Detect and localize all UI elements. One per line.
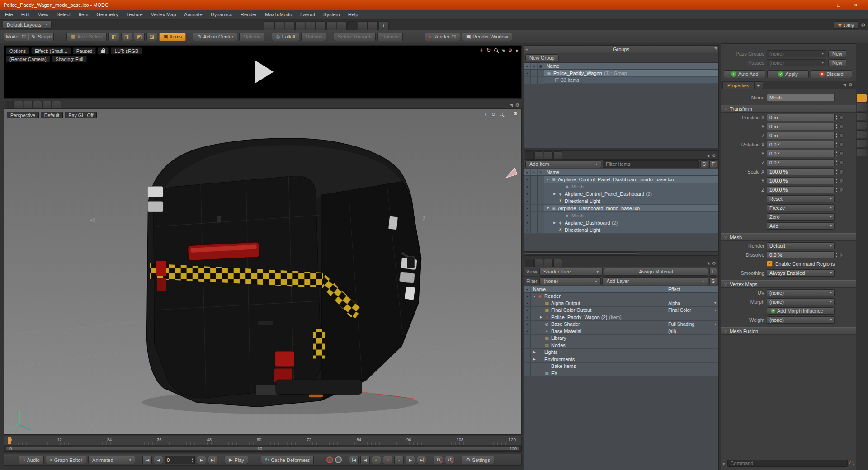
- filter-dropdown[interactable]: (none): [539, 277, 601, 285]
- action-center-options-button[interactable]: Options: [239, 33, 264, 41]
- passes-dropdown[interactable]: (none): [767, 59, 826, 66]
- add-layer-dropdown[interactable]: Add Layer: [602, 277, 708, 285]
- model-mode-button[interactable]: Model: [6, 34, 19, 39]
- select-column-icon[interactable]: ▣: [538, 63, 544, 69]
- channel-state-dot[interactable]: [839, 115, 844, 120]
- viewport-tab[interactable]: [5, 101, 14, 108]
- maximize-panel-icon[interactable]: [843, 83, 846, 87]
- visibility-eye-icon[interactable]: [524, 328, 531, 335]
- viewport-tab[interactable]: [24, 101, 33, 108]
- visibility-eye-icon[interactable]: [524, 205, 531, 212]
- zoom-icon[interactable]: [500, 113, 503, 116]
- expander-arrow-icon[interactable]: [552, 221, 557, 225]
- preview-lock-button[interactable]: [98, 47, 109, 54]
- gear-icon[interactable]: [513, 111, 518, 116]
- transform-action-dropdown[interactable]: Reset: [767, 195, 835, 202]
- side-tab[interactable]: [857, 130, 867, 138]
- channel-state-dot[interactable]: [839, 188, 844, 192]
- visibility-eye-icon[interactable]: [524, 356, 531, 363]
- shader-tree-row[interactable]: Police_Paddy_Wagon (2) (Item): [524, 314, 718, 321]
- layout-tab[interactable]: [274, 21, 284, 30]
- gear-icon[interactable]: [712, 261, 716, 266]
- menu-item[interactable]: System: [319, 10, 344, 19]
- visibility-eye-icon[interactable]: [524, 70, 531, 76]
- viewport-tab[interactable]: [14, 101, 23, 108]
- collapse-arrow-icon[interactable]: [525, 47, 528, 52]
- transform-value-field[interactable]: 0.0 °: [767, 150, 835, 157]
- gear-icon[interactable]: [508, 48, 513, 53]
- visibility-eye-icon[interactable]: [524, 363, 531, 370]
- only-toggle[interactable]: ★Only: [834, 21, 859, 29]
- maximize-button[interactable]: [830, 0, 847, 9]
- shading-tab[interactable]: [553, 259, 562, 267]
- loop-reverse-button[interactable]: [445, 456, 454, 464]
- preview-shading-button[interactable]: Shading: Full: [52, 56, 87, 62]
- add-layout-tab-button[interactable]: +: [378, 21, 388, 30]
- layout-tab[interactable]: [264, 21, 274, 30]
- command-history-icon[interactable]: [849, 461, 854, 465]
- name-column-header[interactable]: Name: [544, 63, 718, 69]
- next-frame-button[interactable]: [197, 456, 206, 464]
- render-preview[interactable]: Options Effect: (Shadi... Paused LUT: sR…: [4, 45, 522, 99]
- side-tab[interactable]: [857, 112, 867, 120]
- transform-action-dropdown[interactable]: Zero: [767, 213, 835, 221]
- render-window-button[interactable]: Render Window: [462, 33, 512, 41]
- value-spinner[interactable]: ▴ ▾: [836, 252, 837, 258]
- scrollbar-thumb[interactable]: [525, 252, 637, 255]
- channel-state-dot[interactable]: [839, 160, 844, 165]
- pan-icon[interactable]: [484, 112, 487, 117]
- transform-value-field[interactable]: 0.0 °: [767, 141, 835, 148]
- effect-column-header[interactable]: Effect: [665, 286, 718, 292]
- visibility-eye-icon[interactable]: [524, 307, 531, 314]
- visibility-eye-icon[interactable]: [524, 370, 531, 377]
- new-group-button[interactable]: New Group: [525, 54, 559, 61]
- item-tree-row[interactable]: Directional Light: [524, 226, 718, 234]
- panel-arrow-icon[interactable]: [516, 48, 519, 53]
- item-list-tab[interactable]: [525, 151, 534, 159]
- graph-editor-button[interactable]: Graph Editor: [46, 456, 86, 464]
- render-dropdown[interactable]: Default: [767, 242, 835, 249]
- command-input[interactable]: Command: [727, 460, 848, 467]
- layouts-dropdown[interactable]: Default Layouts: [3, 20, 52, 29]
- item-tree-row[interactable]: Directional Light: [524, 197, 718, 205]
- item-list-tab[interactable]: [544, 151, 553, 159]
- jump-next-key-button[interactable]: [417, 456, 426, 464]
- channel-state-dot[interactable]: [839, 133, 844, 138]
- shading-tab[interactable]: [525, 259, 534, 267]
- transform-value-field[interactable]: 0.0 °: [767, 159, 835, 166]
- visibility-eye-icon[interactable]: [524, 342, 531, 349]
- visibility-eye-icon[interactable]: [524, 197, 531, 204]
- effect-value[interactable]: Full Shading: [665, 321, 718, 328]
- filter-f-button[interactable]: F: [709, 268, 717, 276]
- preview-lut-button[interactable]: LUT: sRGB: [111, 47, 142, 54]
- item-list-tab[interactable]: [553, 151, 562, 159]
- layout-tab[interactable]: [295, 21, 305, 30]
- viewport-3d[interactable]: Perspective Default Ray GL: Off +X Z: [4, 109, 522, 435]
- scope-s-button[interactable]: S: [700, 160, 708, 168]
- shader-tree-row[interactable]: Nodes: [524, 342, 718, 349]
- channel-state-dot[interactable]: [839, 124, 844, 129]
- horizontal-scrollbar[interactable]: [524, 251, 718, 255]
- auto-key-button[interactable]: [326, 456, 333, 463]
- maximize-panel-icon[interactable]: [510, 103, 513, 108]
- channel-state-dot[interactable]: [839, 151, 844, 156]
- transform-action-dropdown[interactable]: Freeze: [767, 204, 835, 212]
- pan-icon[interactable]: [480, 47, 483, 53]
- transform-section-header[interactable]: Transform: [721, 105, 856, 113]
- visibility-eye-icon[interactable]: [524, 349, 531, 356]
- go-to-start-button[interactable]: [142, 456, 152, 464]
- close-button[interactable]: [847, 0, 864, 9]
- auto-add-button[interactable]: +Auto Add: [724, 70, 765, 78]
- menu-item[interactable]: Animate: [180, 10, 206, 19]
- effect-value[interactable]: [665, 349, 718, 356]
- falloff-options-button[interactable]: Options: [301, 33, 326, 41]
- expander-arrow-icon[interactable]: [532, 357, 537, 361]
- effect-value[interactable]: [665, 370, 718, 377]
- value-spinner[interactable]: ▴ ▾: [836, 123, 837, 130]
- playhead[interactable]: [8, 437, 11, 444]
- preview-paused-button[interactable]: Paused: [73, 47, 96, 54]
- value-spinner[interactable]: ▴ ▾: [836, 114, 837, 121]
- edit-column-icon[interactable]: ✎: [538, 169, 544, 175]
- rotate-icon[interactable]: [486, 48, 491, 53]
- value-spinner[interactable]: ▴ ▾: [836, 169, 837, 175]
